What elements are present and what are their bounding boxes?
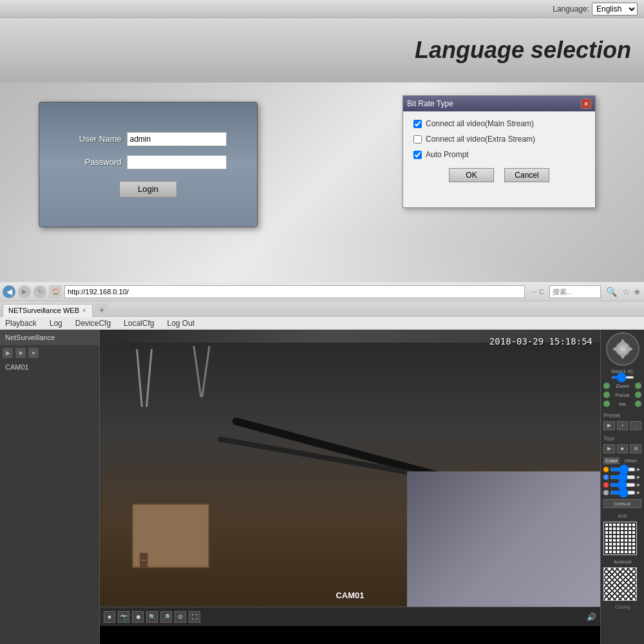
language-label: Language: <box>553 5 589 14</box>
video-label: CAM01 <box>336 591 364 600</box>
refresh-button[interactable]: ↻ <box>33 285 46 298</box>
menu-log[interactable]: Log <box>50 319 62 328</box>
middle-section: User Name Password Login Bit Rate Type ✕… <box>0 82 644 282</box>
record-button[interactable]: ⏺ <box>132 611 144 623</box>
focus-minus[interactable] <box>635 392 641 398</box>
brightness-slider[interactable] <box>610 468 636 471</box>
tour-start[interactable]: ▶ <box>603 444 615 453</box>
fullscreen-button[interactable]: ⛶ <box>189 611 200 623</box>
video-controls: ■ 📷 ⏺ 🔍 🔎 ⚙ ⛶ 🔊 <box>100 607 600 626</box>
language-select[interactable]: English Chinese French German Spanish <box>592 3 638 15</box>
bitrate-option1-checkbox[interactable] <box>413 120 422 128</box>
tour-stop[interactable]: ■ <box>617 444 629 453</box>
bitrate-buttons: OK Cancel <box>413 168 585 182</box>
contrast-slider[interactable] <box>610 475 636 479</box>
hue-dot <box>603 490 609 495</box>
stop-button[interactable]: ■ <box>104 611 115 623</box>
menu-localcfg[interactable]: LocalCfg <box>124 319 154 328</box>
username-input[interactable] <box>127 132 227 146</box>
preset-goto[interactable]: ▶ <box>603 421 615 430</box>
saturation-dot <box>603 482 609 488</box>
zoom-row: Zoom <box>603 383 641 389</box>
login-button[interactable]: Login <box>119 181 177 198</box>
snap-button[interactable]: 📷 <box>118 611 129 623</box>
tour-grid[interactable]: ⊞ <box>630 444 641 453</box>
browser-chrome: ◀ ▶ ↻ 🏠 → C 🔍 ☆ ★ <box>0 282 644 301</box>
home-button[interactable]: 🏠 <box>49 285 62 298</box>
bitrate-option3-checkbox[interactable] <box>413 151 422 159</box>
tab-netsurveillance[interactable]: NETSurveillance WEB ✕ <box>3 304 93 317</box>
sidebar-icon-2[interactable]: ■ <box>15 348 26 358</box>
menu-playback[interactable]: Playback <box>5 319 37 328</box>
search-box[interactable] <box>549 285 601 298</box>
iris-plus[interactable] <box>603 401 610 407</box>
bitrate-close-button[interactable]: ✕ <box>581 99 591 109</box>
bitrate-option1-row: Connect all video(Main Stream) <box>413 119 585 128</box>
color-tab[interactable]: Color <box>603 457 620 464</box>
ptz-compass <box>606 332 639 366</box>
bitrate-option2-checkbox[interactable] <box>413 135 422 144</box>
go-button[interactable]: → C <box>527 288 547 296</box>
color-row-4: ▶ <box>603 490 641 495</box>
header-section: Language selection <box>0 18 644 82</box>
color-tabs: Color Other <box>603 457 641 464</box>
hue-arrow: ▶ <box>637 490 640 495</box>
forward-button[interactable]: ▶ <box>18 285 31 298</box>
password-label: Password <box>70 157 122 167</box>
video-timestamp: 2018-03-29 15:18:54 <box>489 336 592 346</box>
zoom-in-button[interactable]: 🔍 <box>146 611 158 623</box>
default-button[interactable]: Default <box>603 499 641 508</box>
bitrate-option1-label: Connect all video(Main Stream) <box>426 119 534 128</box>
color-row-1: ▶ <box>603 467 641 472</box>
box-symbol: 🁢 <box>138 540 149 568</box>
ptz-center-button[interactable] <box>616 342 630 356</box>
bitrate-content: Connect all video(Main Stream) Connect a… <box>403 111 595 190</box>
star-icon[interactable]: ☆ <box>622 287 630 297</box>
bitrate-option3-label: Auto Prompt <box>426 150 469 159</box>
bitrate-dialog: Bit Rate Type ✕ Connect all video(Main S… <box>402 95 596 208</box>
other-tab[interactable]: Other <box>622 457 639 464</box>
bitrate-option2-row: Connect all video(Extra Stream) <box>413 135 585 144</box>
zoom-out-button[interactable]: 🔎 <box>160 611 172 623</box>
cancel-button[interactable]: Cancel <box>504 168 549 182</box>
username-label: User Name <box>70 134 122 144</box>
preset-add[interactable]: + <box>617 421 629 430</box>
sidebar-icon-1[interactable]: ▶ <box>3 348 13 358</box>
hue-slider[interactable] <box>610 491 636 495</box>
search-icon[interactable]: 🔍 <box>603 287 620 297</box>
bitrate-title-bar: Bit Rate Type ✕ <box>403 96 595 111</box>
cam-label[interactable]: CAM01 <box>0 361 99 374</box>
zoom-plus[interactable] <box>603 383 610 389</box>
zoom-minus[interactable] <box>635 383 641 389</box>
bookmark-icon[interactable]: ★ <box>633 287 641 297</box>
settings-button[interactable]: ⚙ <box>175 611 186 623</box>
preset-del[interactable]: - <box>630 421 641 430</box>
password-input[interactable] <box>127 155 227 169</box>
focus-plus[interactable] <box>603 392 610 398</box>
step-slider[interactable] <box>611 376 634 379</box>
nvr-sidebar: NetSurveillance ▶ ■ ● CAM01 <box>0 330 100 644</box>
menu-devicecfg[interactable]: DeviceCfg <box>75 319 111 328</box>
top-bar: Language: English Chinese French German … <box>0 0 644 18</box>
username-row: User Name <box>70 132 227 146</box>
volume-icon[interactable]: 🔊 <box>587 612 596 621</box>
tab-close-button[interactable]: ✕ <box>82 307 87 314</box>
color-row-2: ▶ <box>603 475 641 480</box>
address-bar[interactable] <box>64 285 525 298</box>
menu-logout[interactable]: Log Out <box>167 319 194 328</box>
back-button[interactable]: ◀ <box>3 285 15 298</box>
nvr-main: 🁢 2018-03-29 15:18:54 CAM01 ■ 📷 ⏺ 🔍 🔎 ⚙ … <box>100 330 600 644</box>
password-row: Password <box>70 155 227 169</box>
ok-button[interactable]: OK <box>449 168 494 182</box>
iris-minus[interactable] <box>635 401 641 407</box>
android-label: Android <box>603 559 641 565</box>
android-qr-code <box>603 567 637 601</box>
ios-label: IOS <box>603 513 641 519</box>
saturation-slider[interactable] <box>610 483 636 487</box>
new-tab-button[interactable]: + <box>95 303 108 316</box>
focus-row: Focus <box>603 392 641 398</box>
contrast-arrow: ▶ <box>637 475 640 480</box>
sidebar-icon-3[interactable]: ● <box>28 348 39 358</box>
brightness-arrow: ▶ <box>637 467 640 472</box>
contrast-dot <box>603 475 609 480</box>
